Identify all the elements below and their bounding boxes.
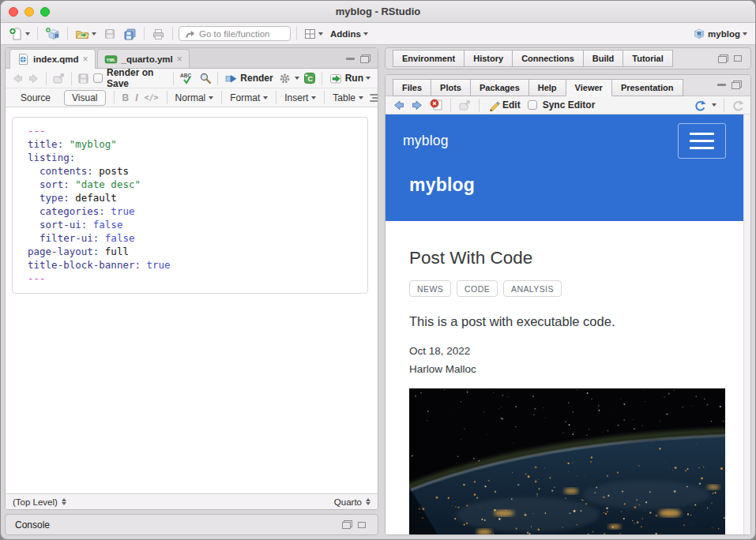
tab-viewer[interactable]: Viewer	[566, 79, 612, 96]
panes-caret-icon	[318, 32, 323, 36]
gear-caret-icon[interactable]	[295, 77, 299, 80]
maximize-pane-icon[interactable]	[358, 522, 366, 528]
run-label: Run	[345, 73, 363, 84]
paragraph-style-dropdown[interactable]: Normal	[175, 92, 214, 103]
tab-quarto-yml[interactable]: YML _quarto.yml ×	[97, 49, 190, 68]
category-badge[interactable]: CODE	[457, 280, 498, 297]
tab-index-qmd[interactable]: index.qmd ×	[9, 49, 96, 69]
panes-layout-button[interactable]	[303, 28, 325, 40]
dropdown-caret-icon	[359, 96, 363, 99]
site-brand-link[interactable]: myblog	[403, 133, 449, 149]
italic-button[interactable]: I	[135, 92, 137, 103]
code-line[interactable]: ---	[28, 272, 359, 285]
goto-file-input[interactable]	[199, 29, 284, 39]
save-icon[interactable]	[77, 73, 89, 84]
viewer-back-icon[interactable]	[392, 99, 405, 111]
code-line[interactable]: sort-ui: false	[28, 218, 359, 231]
render-on-save-checkbox[interactable]	[93, 73, 103, 83]
code-line[interactable]: filter-ui: false	[28, 231, 359, 245]
toolbar-separator	[479, 99, 480, 112]
updown-icon	[62, 498, 66, 505]
code-line[interactable]: page-layout: full	[28, 245, 359, 258]
addins-menu[interactable]: Addins	[329, 28, 370, 39]
project-selector[interactable]: R myblog	[691, 27, 749, 40]
code-button[interactable]: </>	[145, 93, 159, 102]
syntax-mode-selector[interactable]: Quarto	[334, 497, 370, 507]
minimize-pane-icon[interactable]	[346, 58, 355, 60]
tab-history[interactable]: History	[464, 50, 513, 67]
viewer-stop-icon[interactable]	[430, 99, 443, 111]
close-icon[interactable]: ×	[83, 55, 88, 63]
viewer-forward-icon[interactable]	[411, 99, 424, 111]
tab-environment[interactable]: Environment	[393, 50, 465, 67]
search-icon[interactable]	[199, 72, 212, 84]
toolbar-separator	[173, 72, 174, 85]
code-line[interactable]: title: "myblog"	[28, 137, 359, 151]
new-file-button[interactable]	[7, 26, 32, 42]
code-line[interactable]: categories: true	[28, 204, 359, 218]
open-file-button[interactable]	[73, 27, 98, 41]
project-name: myblog	[708, 29, 740, 39]
bold-button[interactable]: B	[122, 92, 130, 103]
forward-icon[interactable]	[28, 72, 40, 84]
tab-presentation[interactable]: Presentation	[611, 79, 683, 96]
new-project-button[interactable]: R	[43, 26, 62, 42]
tab-tutorial[interactable]: Tutorial	[622, 50, 673, 67]
restore-pane-icon[interactable]	[718, 54, 728, 63]
source-mode-button[interactable]: Source	[13, 91, 58, 105]
gear-icon[interactable]	[279, 73, 291, 84]
print-button[interactable]	[150, 27, 167, 41]
sync-caret-icon[interactable]	[712, 103, 717, 107]
format-menu[interactable]: Format	[230, 92, 268, 103]
code-line[interactable]: ---	[28, 124, 359, 137]
sync-editor-checkbox[interactable]	[528, 100, 537, 110]
restore-pane-icon[interactable]	[342, 520, 352, 529]
viewer-scrollbar[interactable]	[743, 114, 750, 534]
save-button[interactable]	[102, 27, 118, 41]
console-pane-header[interactable]: Console	[5, 514, 378, 535]
visual-mode-button[interactable]: Visual	[64, 90, 105, 106]
refresh-icon[interactable]	[732, 99, 744, 111]
goto-arrow-icon	[185, 29, 195, 39]
insert-chunk-icon[interactable]: C +	[303, 72, 316, 84]
close-icon[interactable]: ×	[177, 55, 182, 63]
code-line[interactable]: type: default	[28, 191, 359, 204]
tab-connections[interactable]: Connections	[512, 50, 584, 67]
tab-plots[interactable]: Plots	[431, 79, 471, 96]
viewer-popout-icon[interactable]	[458, 99, 472, 111]
save-all-button[interactable]	[122, 27, 138, 41]
back-icon[interactable]	[11, 72, 24, 84]
insert-menu[interactable]: Insert	[284, 92, 316, 103]
code-line[interactable]: sort: "date desc"	[28, 178, 359, 191]
category-badge[interactable]: NEWS	[409, 280, 451, 297]
maximize-pane-icon[interactable]	[360, 54, 370, 63]
visual-editor-area[interactable]: ---title: "myblog"listing: contents: pos…	[6, 107, 378, 493]
maximize-pane-icon[interactable]	[732, 81, 742, 89]
scope-selector[interactable]: (Top Level)	[13, 497, 66, 507]
hamburger-menu-button[interactable]	[678, 123, 726, 159]
spellcheck-icon[interactable]: ABC	[179, 72, 195, 85]
popout-icon[interactable]	[52, 73, 66, 84]
render-on-save-label: Render on Save	[107, 67, 167, 89]
print-icon	[152, 28, 165, 40]
table-menu[interactable]: Table	[333, 92, 363, 103]
minimize-pane-icon[interactable]	[717, 84, 726, 86]
tab-files[interactable]: Files	[393, 79, 431, 96]
run-button[interactable]: Run	[328, 71, 372, 86]
viewer-edit-button[interactable]: Edit	[487, 99, 522, 112]
code-line[interactable]: contents: posts	[28, 164, 359, 178]
tab-packages[interactable]: Packages	[470, 79, 529, 96]
rstudio-window: myblog - RStudio R	[0, 0, 756, 540]
outline-toggle-button[interactable]	[370, 94, 378, 102]
render-icon	[225, 72, 238, 84]
yaml-code-block[interactable]: ---title: "myblog"listing: contents: pos…	[12, 117, 368, 294]
tab-help[interactable]: Help	[528, 79, 566, 96]
maximize-pane-icon[interactable]	[734, 55, 742, 62]
tab-build[interactable]: Build	[583, 50, 624, 67]
code-line[interactable]: listing:	[28, 151, 359, 164]
code-line[interactable]: title-block-banner: true	[28, 258, 359, 272]
toolbar-separator	[322, 72, 322, 85]
render-button[interactable]: Render	[224, 71, 274, 85]
sync-icon[interactable]	[694, 99, 706, 111]
category-badge[interactable]: ANALYSIS	[503, 280, 562, 297]
